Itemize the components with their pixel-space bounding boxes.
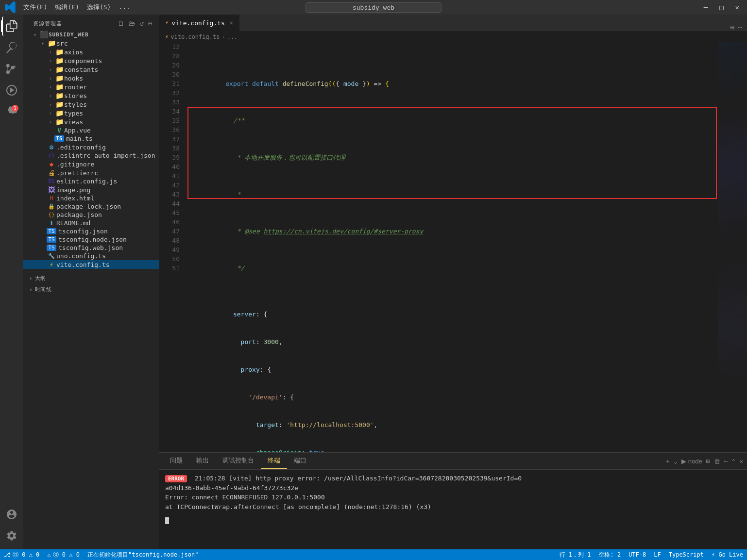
hooks-folder-icon: 📁 [54, 74, 64, 82]
code-line-30: * [187, 181, 718, 190]
panel-more-icon[interactable]: ⋯ [724, 458, 728, 465]
packagelock-label: package-lock.json [56, 203, 159, 210]
tree-folder-stores[interactable]: › 📁 stores [23, 91, 159, 100]
tree-file-tsconfignode[interactable]: TS tsconfig.node.json [23, 235, 159, 244]
breadcrumb-filename: vite.config.ts [170, 33, 220, 40]
activity-search[interactable] [2, 38, 21, 57]
code-line-12: export default defineConfig(({ mode }) =… [187, 70, 718, 79]
timeline-section[interactable]: › 时间线 [23, 284, 159, 295]
tree-file-eslintrc[interactable]: {} .eslintrc-auto-import.json [23, 151, 159, 160]
tree-file-unoconfig[interactable]: 🔧 uno.config.ts [23, 252, 159, 260]
tree-file-image[interactable]: 🖼 image.png [23, 185, 159, 194]
tree-root[interactable]: ▾ ⬛ SUBSIDY_WEB [23, 30, 159, 39]
refresh-icon[interactable]: ↺ [138, 18, 145, 28]
tab-vite-icon: ⚡ [165, 19, 169, 26]
tab-terminal[interactable]: 终端 [261, 453, 287, 469]
status-spaces[interactable]: 空格: 2 [594, 549, 625, 560]
eslintrc-icon: {} [47, 152, 56, 159]
menu-more[interactable]: ... [116, 2, 133, 13]
activity-settings[interactable] [2, 526, 21, 545]
terminal-cursor-line [165, 515, 741, 525]
sidebar: 资源管理器 🗋 🗁 ↺ ⊟ ▾ ⬛ SUBSIDY_WEB ▾ 📁 [23, 15, 159, 549]
code-line-36: '/devapi': { [187, 383, 718, 393]
status-init-item[interactable]: 正在初始化项目"tsconfig.node.json" [84, 549, 203, 560]
tree-folder-views[interactable]: › 📁 views [23, 117, 159, 126]
tree-file-prettierrc[interactable]: 🖨 .prettierrc [23, 168, 159, 177]
tree-file-gitignore[interactable]: ◆ .gitignore [23, 160, 159, 168]
search-box[interactable]: subsidy_web [306, 2, 441, 13]
status-eol[interactable]: LF [650, 549, 664, 560]
status-git-item[interactable]: ⎇ ⓪ 0 △ 0 [0, 549, 43, 560]
packagelock-icon: 🔒 [47, 203, 56, 210]
collapse-icon[interactable]: ⊟ [147, 18, 153, 28]
tree-file-editorconfig[interactable]: ⚙ .editorconfig [23, 143, 159, 151]
tree-file-appvue[interactable]: V App.vue [23, 126, 159, 134]
menu-edit[interactable]: 编辑(E) [52, 2, 82, 13]
minimize-button[interactable]: ─ [701, 2, 711, 12]
tree-folder-constants[interactable]: › 📁 constants [23, 65, 159, 74]
activity-bar: 1 [0, 15, 23, 549]
router-label: router [64, 83, 159, 91]
tree-file-maints[interactable]: TS main.ts [23, 134, 159, 143]
terminal-error-line4: at TCPConnectWrap.afterConnect [as oncom… [165, 502, 741, 512]
activity-account[interactable] [2, 505, 21, 524]
tree-file-readme[interactable]: ℹ README.md [23, 219, 159, 227]
image-icon: 🖼 [47, 186, 56, 194]
tab-close-button[interactable]: ✕ [230, 19, 233, 26]
tree-file-packagejson[interactable]: {} package.json [23, 211, 159, 219]
panel-maximize-icon[interactable]: ⌃ [731, 458, 735, 465]
tab-ports[interactable]: 端口 [287, 453, 313, 469]
menu-file[interactable]: 文件(F) [20, 2, 50, 13]
components-folder-icon: 📁 [54, 57, 64, 65]
activity-scm[interactable] [2, 59, 21, 79]
tree-folder-styles[interactable]: › 📁 styles [23, 100, 159, 109]
spaces-text: 空格: 2 [598, 551, 621, 559]
folder-icon: ⬛ [39, 31, 49, 38]
status-golive[interactable]: ⚡ Go Live [708, 549, 747, 560]
split-editor-icon[interactable]: ⊞ [730, 23, 734, 31]
maximize-button[interactable]: □ [716, 2, 726, 12]
breadcrumb-more: ... [227, 33, 238, 40]
tree-folder-hooks[interactable]: › 📁 hooks [23, 74, 159, 82]
sidebar-title: 资源管理器 [33, 20, 62, 27]
new-folder-icon[interactable]: 🗁 [127, 18, 136, 28]
tree-file-viteconfig[interactable]: ⚡ vite.config.ts [23, 260, 159, 269]
tab-debug-console[interactable]: 调试控制台 [216, 453, 261, 469]
status-errors-item[interactable]: ⚠ ⓪ 0 △ 0 [43, 549, 84, 560]
tree-folder-types[interactable]: › 📁 types [23, 109, 159, 117]
menu-select[interactable]: 选择(S) [84, 2, 114, 13]
tree-folder-src[interactable]: ▾ 📁 src [23, 39, 159, 48]
close-button[interactable]: ✕ [732, 2, 742, 12]
tree-file-eslintconfig[interactable]: ES eslint.config.js [23, 177, 159, 185]
panel-close-icon[interactable]: ✕ [739, 458, 743, 465]
outline-section[interactable]: › 大纲 [23, 273, 159, 284]
chevron-right-icon: › [47, 93, 54, 99]
tree-file-packagelock[interactable]: 🔒 package-lock.json [23, 202, 159, 211]
tree-folder-axios[interactable]: › 📁 axios [23, 48, 159, 56]
activity-explorer[interactable] [2, 16, 21, 36]
code-editor[interactable]: 12 28 29 30 31 32 33 34 35 36 37 38 39 4… [159, 42, 747, 452]
add-terminal-icon[interactable]: + [666, 458, 670, 465]
code-line-28: /** [187, 107, 718, 116]
node-button[interactable]: ▶ node [681, 458, 702, 465]
status-position[interactable]: 行 1，列 1 [556, 549, 595, 560]
status-language[interactable]: TypeScript [665, 549, 708, 560]
panel-trash-icon[interactable]: 🗑 [714, 458, 720, 465]
outline-label: 大纲 [35, 275, 47, 282]
panel-layout-icon[interactable]: ⊞ [706, 458, 710, 465]
status-encoding[interactable]: UTF-8 [625, 549, 650, 560]
split-terminal-icon[interactable]: ⌄ [674, 458, 678, 465]
tab-problems[interactable]: 问题 [163, 453, 189, 469]
tree-folder-components[interactable]: › 📁 components [23, 56, 159, 65]
tree-file-tsconfigweb[interactable]: TS tsconfig.web.json [23, 244, 159, 252]
more-actions-icon[interactable]: ⋯ [738, 23, 742, 31]
tree-file-tsconfigjson[interactable]: TS tsconfig.json [23, 227, 159, 235]
tree-folder-router[interactable]: › 📁 router [23, 82, 159, 91]
tab-viteconfig[interactable]: ⚡ vite.config.ts ✕ [159, 15, 239, 31]
new-file-icon[interactable]: 🗋 [117, 18, 126, 28]
titlebar: 文件(F) 编辑(E) 选择(S) ... subsidy_web ─ □ ✕ [0, 0, 747, 15]
activity-run[interactable] [2, 81, 21, 100]
tab-output[interactable]: 输出 [189, 453, 216, 469]
tree-file-indexhtml[interactable]: H index.html [23, 194, 159, 202]
activity-extensions[interactable]: 1 [2, 102, 21, 121]
